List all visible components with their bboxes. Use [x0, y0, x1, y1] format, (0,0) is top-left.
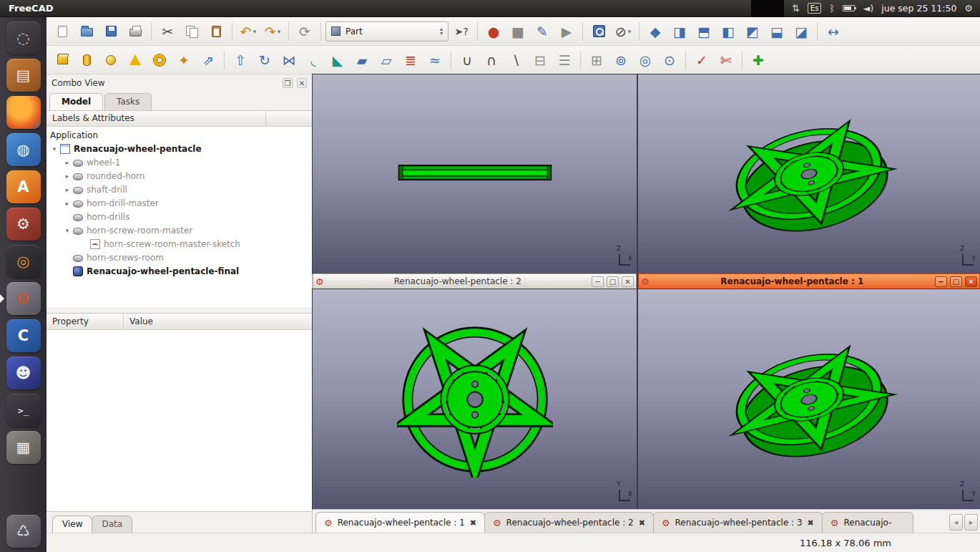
minimize-button[interactable]: −: [935, 276, 947, 287]
tree-item-horn-screw-room-master-sketch[interactable]: horn-screw-room-master-sketch: [46, 237, 312, 251]
whats-this-button[interactable]: ➤?: [450, 20, 473, 43]
launcher-item-code[interactable]: C: [6, 319, 41, 352]
boolean-union-button[interactable]: ∪: [456, 49, 479, 72]
macro-record-button[interactable]: ●: [482, 20, 505, 43]
revolve-button[interactable]: ↻: [253, 49, 276, 72]
shape-builder-button[interactable]: ⇗: [197, 49, 220, 72]
combo-view-titlebar[interactable]: Combo View ❐ ✕: [46, 74, 312, 92]
volume-icon[interactable]: ◄): [863, 3, 873, 14]
bluetooth-icon[interactable]: ᛒ: [829, 3, 835, 14]
launcher-item-ubuntu-one[interactable]: ◍: [6, 133, 41, 166]
expander-closed-icon[interactable]: ▸: [62, 173, 72, 180]
fillet-button[interactable]: ◟: [302, 49, 325, 72]
launcher-item-editor[interactable]: ▦: [6, 431, 41, 464]
launcher-item-freecad[interactable]: ⚙: [6, 282, 41, 315]
viewport-side-view[interactable]: Z X: [313, 74, 637, 273]
print-button[interactable]: [124, 20, 147, 43]
part-cylinder-button[interactable]: [75, 49, 98, 72]
copy-button[interactable]: [180, 20, 203, 43]
section-button[interactable]: ⊟: [529, 49, 552, 72]
add-button[interactable]: ✚: [747, 49, 770, 72]
tab-data[interactable]: Data: [92, 515, 132, 533]
scroll-left-icon[interactable]: ◂: [949, 514, 963, 531]
part-sphere-button[interactable]: [99, 49, 122, 72]
launcher-item-firefox[interactable]: [6, 96, 41, 129]
session-menu-icon[interactable]: ⚙: [964, 3, 973, 14]
boolean-common-button[interactable]: ∩: [480, 49, 503, 72]
mdi-tab-4[interactable]: ⚙ Renacuajo-: [822, 512, 913, 533]
offset-3d-button[interactable]: ⊚: [609, 49, 632, 72]
tree-item-horn-screws-room[interactable]: horn-screws-room: [46, 251, 312, 264]
maximize-button[interactable]: □: [607, 276, 619, 287]
mdi-window-titlebar-1[interactable]: ⚙ Renacuajo-wheel-pentacle : 1 − □ ✕: [638, 273, 980, 289]
redo-button[interactable]: ↷▾: [261, 20, 284, 43]
tree-item-horn-drill-master[interactable]: ▸ horn-drill-master: [46, 196, 312, 210]
new-document-button[interactable]: [51, 20, 74, 43]
launcher-item-paint[interactable]: ☻: [6, 357, 41, 389]
extrude-button[interactable]: ⇧: [229, 49, 252, 72]
part-box-button[interactable]: [51, 49, 74, 72]
part-primitives-button[interactable]: ✦: [172, 49, 195, 72]
macro-stop-button[interactable]: ■: [506, 20, 529, 43]
panel-splitter[interactable]: [46, 307, 312, 313]
launcher-item-trash[interactable]: ♺: [6, 515, 41, 548]
expander-closed-icon[interactable]: ▸: [62, 186, 72, 193]
tree-item-horn-drills[interactable]: horn-drills: [46, 210, 312, 223]
network-indicator-icon[interactable]: ⇅: [792, 3, 800, 14]
scroll-right-icon[interactable]: ▸: [964, 514, 978, 531]
expander-open-icon[interactable]: ▾: [49, 145, 59, 152]
expander-open-icon[interactable]: ▾: [62, 227, 72, 234]
defeaturing-button[interactable]: ✄: [715, 49, 738, 72]
close-panel-icon[interactable]: ✕: [297, 78, 307, 88]
save-button[interactable]: [99, 20, 122, 43]
launcher-item-system-settings[interactable]: ⚙: [6, 208, 41, 241]
launcher-item-dash[interactable]: ◌: [6, 21, 41, 54]
tree-item-horn-screw-room-master[interactable]: ▾ horn-screw-room-master: [46, 223, 312, 237]
tab-close-icon[interactable]: ✖: [639, 518, 645, 528]
float-panel-icon[interactable]: ❐: [283, 78, 293, 88]
thickness-button[interactable]: ⊙: [658, 49, 681, 72]
boolean-cut-button[interactable]: ∖: [504, 49, 527, 72]
draw-style-button[interactable]: ⊘▾: [612, 20, 634, 43]
refresh-button[interactable]: ⟳: [293, 20, 316, 43]
make-face-button[interactable]: ▰: [351, 49, 373, 72]
mdi-tab-2[interactable]: ⚙ Renacuajo-wheel-pentacle : 2 ✖: [484, 512, 654, 533]
property-column-header[interactable]: Property: [46, 314, 124, 329]
view-rear-button[interactable]: ◩: [741, 20, 764, 43]
tree-item-wheel-1[interactable]: ▸ wheel-1: [46, 155, 312, 169]
view-axonometric-button[interactable]: ◆: [644, 20, 667, 43]
viewport-iso-bottom[interactable]: Z Y: [638, 289, 980, 509]
loft-button[interactable]: ≣: [399, 49, 422, 72]
sweep-button[interactable]: ≈: [423, 49, 446, 72]
undo-button[interactable]: ↶▾: [237, 20, 260, 43]
chevron-down-icon[interactable]: ▾: [628, 28, 632, 35]
fit-all-button[interactable]: [587, 20, 610, 43]
mdi-tab-1[interactable]: ⚙ Renacuajo-wheel-pentacle : 1 ✖: [315, 512, 485, 533]
tab-close-icon[interactable]: ✖: [470, 518, 476, 528]
launcher-item-terminal[interactable]: >_: [6, 394, 41, 427]
cross-sections-button[interactable]: ☰: [553, 49, 576, 72]
labels-attributes-header[interactable]: Labels & Attributes: [46, 111, 266, 126]
tree-item-rounded-horn[interactable]: ▸ rounded-horn: [46, 169, 312, 183]
clock-indicator[interactable]: jue sep 25 11:50: [881, 3, 956, 14]
offset-2d-button[interactable]: ◎: [634, 49, 657, 72]
close-button[interactable]: ✕: [622, 276, 634, 287]
spinner-arrows-icon[interactable]: ▴▾: [440, 27, 443, 36]
part-torus-button[interactable]: [148, 49, 171, 72]
chevron-down-icon[interactable]: ▾: [278, 28, 281, 35]
tab-model[interactable]: Model: [49, 93, 103, 110]
minimize-button[interactable]: −: [592, 276, 604, 287]
workbench-selector[interactable]: Part ▴▾: [325, 21, 449, 42]
tree-item-final[interactable]: Renacuajo-wheel-pentacle-final: [46, 264, 312, 278]
tab-view[interactable]: View: [52, 515, 92, 533]
macro-play-button[interactable]: ▶: [555, 20, 578, 43]
expander-closed-icon[interactable]: ▸: [62, 200, 72, 207]
launcher-item-files[interactable]: ▤: [6, 59, 41, 92]
tab-close-icon[interactable]: ✖: [808, 518, 814, 528]
chevron-down-icon[interactable]: ▾: [253, 28, 257, 35]
cut-button[interactable]: ✂: [156, 20, 179, 43]
launcher-item-software-center[interactable]: A: [6, 170, 41, 203]
part-cone-button[interactable]: [124, 49, 147, 72]
maximize-button[interactable]: □: [950, 276, 962, 287]
keyboard-layout-indicator[interactable]: Es: [808, 3, 822, 14]
